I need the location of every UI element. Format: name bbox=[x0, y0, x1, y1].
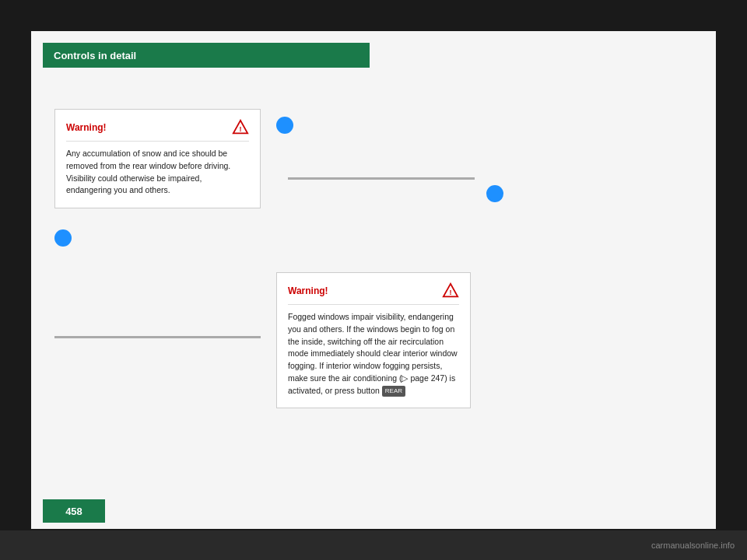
warning-text-1: Any accumulation of snow and ice should … bbox=[66, 148, 249, 197]
page-number: 458 bbox=[65, 506, 82, 517]
image-divider-1 bbox=[288, 177, 475, 180]
rear-button-image: REAR bbox=[382, 386, 405, 397]
warning-triangle-icon-1: ! bbox=[232, 119, 249, 136]
watermark-bar: carmanualsonline.info bbox=[0, 530, 747, 560]
warning-title-1: Warning! bbox=[66, 122, 107, 133]
svg-text:!: ! bbox=[449, 289, 451, 296]
warning-header-2: Warning! ! bbox=[288, 282, 459, 305]
watermark-text: carmanualsonline.info bbox=[651, 541, 735, 550]
warning-box-1: Warning! ! Any accumulation of snow and … bbox=[54, 109, 261, 208]
header-title: Controls in detail bbox=[54, 50, 136, 61]
page-footer: 458 bbox=[43, 499, 105, 523]
warning-box-2: Warning! ! Fogged windows impair visibil… bbox=[276, 272, 471, 408]
annotation-dot-2 bbox=[486, 185, 503, 202]
warning-text-2: Fogged windows impair visibility, endang… bbox=[288, 311, 459, 397]
warning-header-1: Warning! ! bbox=[66, 119, 249, 142]
warning-title-2: Warning! bbox=[288, 285, 328, 296]
image-divider-2 bbox=[54, 336, 261, 338]
warning-triangle-icon-2: ! bbox=[442, 282, 459, 299]
svg-text:!: ! bbox=[239, 125, 241, 133]
annotation-dot-3 bbox=[54, 229, 72, 247]
annotation-dot-1 bbox=[276, 117, 293, 134]
header-bar: Controls in detail bbox=[43, 43, 370, 68]
